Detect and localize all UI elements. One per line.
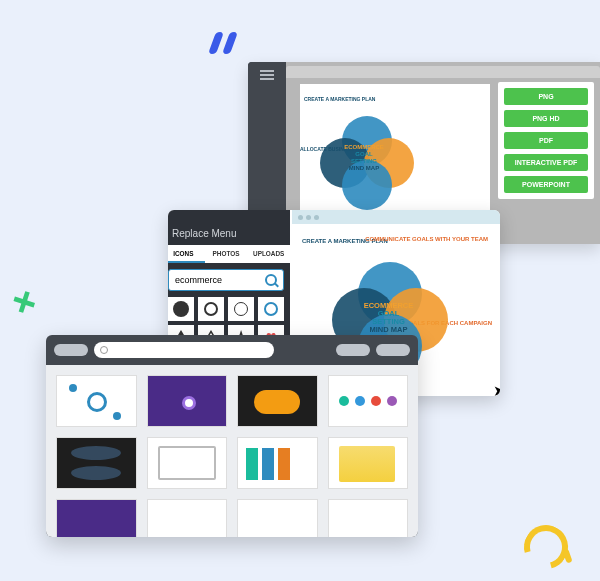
template-card[interactable]: [147, 375, 228, 427]
replace-tabs: ICONS PHOTOS UPLOADS: [168, 245, 290, 263]
template-card[interactable]: [147, 499, 228, 537]
export-ipdf-button[interactable]: INTERACTIVE PDF: [504, 154, 588, 171]
template-gallery: [46, 365, 418, 537]
toolbar-button[interactable]: [376, 344, 410, 356]
icon-result[interactable]: [168, 297, 194, 321]
export-pnghd-button[interactable]: PNG HD: [504, 110, 588, 127]
search-box[interactable]: [168, 269, 284, 291]
window-titlebar: [292, 210, 500, 224]
gallery-toolbar: [46, 335, 418, 365]
caption-top-left: CREATE A MARKETING PLAN: [304, 96, 375, 102]
search-bar[interactable]: [94, 342, 274, 358]
template-card[interactable]: [237, 375, 318, 427]
export-panel: PNG PNG HD PDF INTERACTIVE PDF POWERPOIN…: [498, 82, 594, 199]
template-card[interactable]: [237, 437, 318, 489]
search-input[interactable]: [175, 275, 245, 285]
tab-uploads[interactable]: UPLOADS: [247, 245, 290, 263]
template-card[interactable]: [328, 499, 409, 537]
window-gallery: [46, 335, 418, 537]
tab-photos[interactable]: PHOTOS: [205, 245, 248, 263]
export-pdf-button[interactable]: PDF: [504, 132, 588, 149]
toolbar-button[interactable]: [54, 344, 88, 356]
replace-panel-title: Replace Menu: [168, 222, 290, 245]
template-card[interactable]: [56, 375, 137, 427]
caption: COMMUNICATE GOALS WITH YOUR TEAM: [365, 236, 488, 242]
template-card[interactable]: [328, 437, 409, 489]
decoration-plus: +: [5, 275, 43, 328]
tab-icons[interactable]: ICONS: [168, 245, 205, 263]
icon-result[interactable]: [228, 297, 254, 321]
decoration-lines: [212, 32, 238, 56]
hamburger-icon[interactable]: [260, 70, 274, 80]
toolbar-button[interactable]: [336, 344, 370, 356]
search-icon: [100, 346, 108, 354]
export-ppt-button[interactable]: POWERPOINT: [504, 176, 588, 193]
decoration-swirl: [516, 517, 576, 577]
template-card[interactable]: [237, 499, 318, 537]
venn-diagram: ECOMMERCE GOAL SETTING MIND MAP: [320, 116, 408, 204]
cursor-icon: ➤: [493, 382, 500, 396]
icon-result[interactable]: [258, 297, 284, 321]
search-icon[interactable]: [265, 274, 277, 286]
template-card[interactable]: [56, 437, 137, 489]
export-png-button[interactable]: PNG: [504, 88, 588, 105]
tabbar: [286, 66, 600, 78]
icon-result[interactable]: [198, 297, 224, 321]
template-card[interactable]: [56, 499, 137, 537]
template-card[interactable]: [328, 375, 409, 427]
template-card[interactable]: [147, 437, 228, 489]
